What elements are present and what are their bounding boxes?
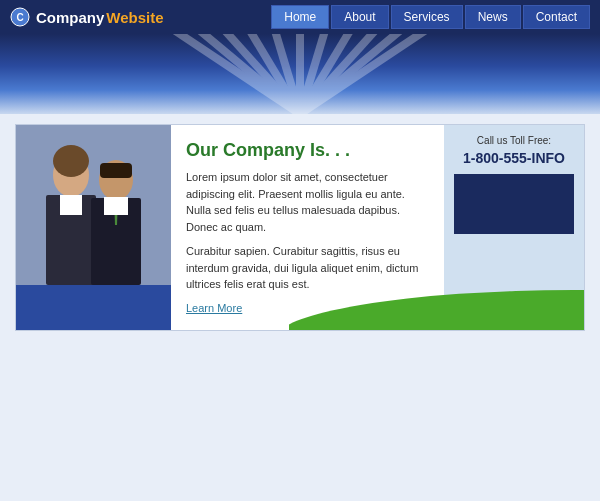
nav-about[interactable]: About (331, 5, 388, 29)
header: C CompanyWebsite Home About Services New… (0, 0, 600, 34)
logo-company-text: Company (36, 9, 104, 26)
body-paragraph: Curabitur sapien. Curabitur sagittis, ri… (186, 243, 429, 293)
dark-box (454, 174, 574, 234)
svg-rect-22 (100, 163, 132, 178)
intro-paragraph: Lorem ipsum dolor sit amet, consectetuer… (186, 169, 429, 235)
nav-services[interactable]: Services (391, 5, 463, 29)
nav-news[interactable]: News (465, 5, 521, 29)
photo-area (16, 125, 171, 330)
logo-icon: C (10, 7, 30, 27)
sunburst-graphic (150, 34, 450, 114)
nav-home[interactable]: Home (271, 5, 329, 29)
nav-contact[interactable]: Contact (523, 5, 590, 29)
logo-website-text: Website (106, 9, 163, 26)
people-image (16, 125, 171, 285)
hero-banner (0, 34, 600, 114)
svg-point-21 (53, 145, 89, 177)
logo: C CompanyWebsite (10, 7, 164, 27)
company-heading: Our Company Is. . . (186, 140, 429, 161)
nav: Home About Services News Contact (271, 5, 590, 29)
content-box: Our Company Is. . . Lorem ipsum dolor si… (15, 124, 585, 331)
green-hill-graphic (289, 290, 585, 330)
learn-more-link[interactable]: Learn More (186, 302, 242, 314)
svg-rect-20 (104, 197, 128, 215)
call-label: Call us Toll Free: (477, 135, 551, 146)
call-area: Call us Toll Free: 1-800-555-INFO (444, 125, 584, 330)
svg-rect-16 (60, 195, 82, 215)
spacer-area (15, 341, 585, 502)
call-number: 1-800-555-INFO (463, 150, 565, 166)
main-content: Our Company Is. . . Lorem ipsum dolor si… (0, 114, 600, 501)
svg-text:C: C (16, 12, 23, 23)
svg-point-23 (289, 290, 585, 330)
